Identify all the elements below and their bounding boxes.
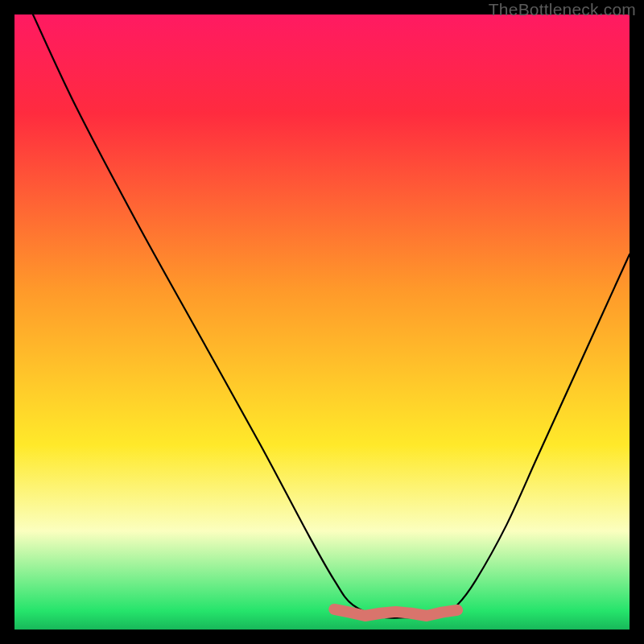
- chart-plot-area: [14, 14, 630, 630]
- watermark-text: TheBottleneck.com: [489, 0, 636, 19]
- bottleneck-curve: [14, 14, 630, 630]
